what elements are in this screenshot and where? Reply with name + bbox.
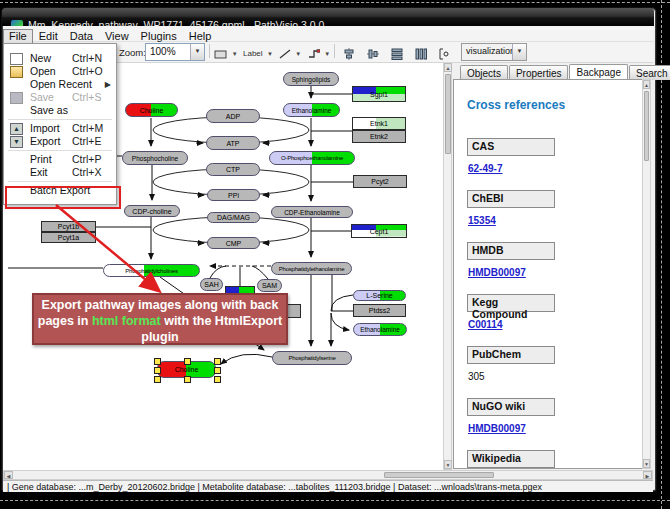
tab-search[interactable]: Search	[629, 65, 670, 80]
node-ptdss2[interactable]: Ptdss2	[353, 304, 406, 317]
scroll-right-icon[interactable]: ▶	[643, 471, 652, 479]
selection-handle[interactable]	[214, 358, 221, 365]
canvas-vertical-scrollbar[interactable]: ▲ ▼	[443, 62, 452, 470]
menu-item-label: Save	[30, 91, 54, 104]
node-sah[interactable]: SAH	[200, 278, 223, 291]
node-phosphatidylserine[interactable]: Phosphatidylserine	[272, 351, 352, 365]
crossref-value[interactable]: 62-49-7	[468, 163, 502, 174]
selection-handle[interactable]	[154, 367, 161, 374]
zoom-combobox[interactable]: 100% ▼	[145, 43, 205, 61]
menu-data[interactable]: Data	[64, 29, 99, 44]
file-menu-item-export[interactable]: ▼ExportCtrl+E	[4, 135, 116, 148]
node-pcyt2[interactable]: Pcyt2	[353, 175, 407, 188]
datanode-button[interactable]: ▼	[213, 43, 239, 61]
selection-handle[interactable]	[214, 367, 221, 374]
selection-handle[interactable]	[184, 358, 191, 365]
node-pcyt1b[interactable]: Pcyt1b	[41, 221, 96, 232]
tab-properties[interactable]: Properties	[509, 65, 569, 80]
chevron-down-icon[interactable]: ▼	[512, 44, 526, 60]
crossref-value[interactable]: C00114	[468, 319, 502, 330]
selection-handle[interactable]	[184, 376, 191, 383]
zoom-value: 100%	[150, 46, 176, 57]
scroll-down-icon[interactable]: ▼	[643, 459, 650, 468]
menu-item-label: Export	[30, 135, 60, 148]
chevron-down-icon[interactable]: ▼	[295, 51, 301, 57]
chevron-down-icon[interactable]: ▼	[190, 44, 204, 60]
scroll-left-icon[interactable]: ◀	[4, 471, 13, 479]
node-pcyt1a[interactable]: Pcyt1a	[41, 232, 96, 243]
node-sam[interactable]: SAM	[257, 279, 282, 292]
selection-handle[interactable]	[214, 376, 221, 383]
crossref-source-header: NuGO wiki	[467, 398, 555, 416]
menu-edit[interactable]: Edit	[33, 29, 64, 44]
connector-button[interactable]: ▼	[305, 43, 333, 61]
selection-button[interactable]	[435, 43, 455, 61]
node-phosphocholine[interactable]: Phosphocholine	[122, 151, 188, 165]
chevron-down-icon[interactable]: ▼	[267, 51, 273, 57]
selection-handle[interactable]	[154, 358, 161, 365]
menu-view[interactable]: View	[99, 29, 135, 44]
side-panel: ObjectsPropertiesBackpageSearchLegend Cr…	[452, 62, 652, 470]
title-bar[interactable]: Mm_Kennedy_pathway_WP1771_45176.gpml - P…	[2, 8, 654, 26]
panel-vertical-scrollbar[interactable]: ▲ ▼	[642, 79, 651, 469]
node-cdp-choline[interactable]: CDP-choline	[124, 205, 180, 217]
crossref-value[interactable]: 15354	[468, 215, 496, 226]
node-cdp-ethanolamine[interactable]: CDP-Ethanolamine	[271, 206, 353, 218]
node-phosphatidylethanolamine[interactable]: Phosphatidylethanolamine	[271, 262, 352, 275]
file-menu-item-new[interactable]: NewCtrl+N	[4, 52, 116, 65]
file-menu-item-save-as[interactable]: Save as	[4, 104, 116, 117]
visualization-combobox[interactable]: visualization ▼	[461, 43, 527, 61]
node-cept1[interactable]: Cept1	[351, 224, 407, 238]
label-button[interactable]: Label ▼	[241, 43, 275, 61]
selection-handle[interactable]	[154, 376, 161, 383]
align-center-horizontal-button[interactable]	[363, 43, 383, 61]
distribute-vertical-button[interactable]	[387, 43, 407, 61]
crossref-section-cas: CAS62-49-7	[467, 138, 642, 190]
file-menu-item-open[interactable]: OpenCtrl+O	[4, 65, 116, 78]
node-phosphatidylcholines[interactable]: Phosphatidylcholines	[103, 264, 200, 277]
node-sgpl1[interactable]: Sgpl1	[352, 86, 406, 102]
node-o-phosphoethanolamine[interactable]: O-Phosphoethanolamine	[269, 151, 355, 165]
crossref-value[interactable]: HMDB00097	[468, 267, 526, 278]
align-center-vertical-button[interactable]	[339, 43, 359, 61]
node-ctp[interactable]: CTP	[206, 163, 260, 176]
line-button[interactable]: ▼	[277, 43, 303, 61]
scrollbar-thumb[interactable]	[384, 472, 494, 478]
canvas-horizontal-scrollbar[interactable]: ◀ ▶	[3, 470, 653, 480]
node-dag-mag[interactable]: DAG/MAG	[207, 212, 260, 223]
chevron-down-icon[interactable]: ▼	[324, 51, 330, 57]
status-text: | Gene database: ...m_Derby_20120602.bri…	[7, 482, 542, 492]
node-ethanolamine-top[interactable]: Ethanolamine	[283, 103, 340, 117]
node-atp[interactable]: ATP	[206, 136, 260, 150]
node-cmp[interactable]: CMP	[207, 237, 260, 249]
save-icon	[10, 92, 23, 104]
scroll-up-icon[interactable]: ▲	[643, 80, 650, 89]
open-folder-icon	[10, 66, 23, 78]
node-sphingolipids[interactable]: Sphingolipids	[283, 72, 339, 86]
scroll-down-icon[interactable]: ▼	[444, 460, 452, 469]
scroll-up-icon[interactable]: ▲	[444, 63, 452, 72]
node-ethanolamine-bottom[interactable]: Ethanolamine	[353, 323, 407, 336]
file-menu-item-exit[interactable]: ExitCtrl+X	[4, 166, 116, 179]
side-panel-tabs: ObjectsPropertiesBackpageSearchLegend	[460, 63, 670, 80]
chevron-down-icon[interactable]: ▼	[232, 51, 238, 57]
file-menu-item-import[interactable]: ▲ImportCtrl+M	[4, 122, 116, 135]
file-menu-item-save: SaveCtrl+S	[4, 91, 116, 104]
menu-plugins[interactable]: Plugins	[135, 29, 183, 44]
node-etnk1[interactable]: Etnk1	[352, 117, 406, 130]
node-ppi[interactable]: PPi	[207, 189, 260, 201]
node-choline-top[interactable]: Choline	[125, 103, 178, 117]
scrollbar-thumb[interactable]	[445, 74, 451, 154]
node-l-serine[interactable]: L-Serine	[353, 290, 406, 301]
annotation-callout: Export pathway images along with back pa…	[32, 293, 288, 345]
menu-help[interactable]: Help	[183, 29, 218, 44]
node-etnk2[interactable]: Etnk2	[352, 130, 406, 143]
backpage-panel: Cross references CAS62-49-7ChEBI15354HMD…	[453, 79, 643, 469]
tab-objects[interactable]: Objects	[460, 65, 508, 80]
file-menu-item-open-recent[interactable]: Open Recent▶	[4, 78, 116, 91]
crossref-value[interactable]: HMDB00097	[468, 423, 526, 434]
scrollbar-thumb[interactable]	[644, 91, 649, 161]
file-menu-item-print[interactable]: PrintCtrl+P	[4, 153, 116, 166]
node-adp[interactable]: ADP	[206, 109, 260, 123]
distribute-horizontal-button[interactable]	[411, 43, 431, 61]
